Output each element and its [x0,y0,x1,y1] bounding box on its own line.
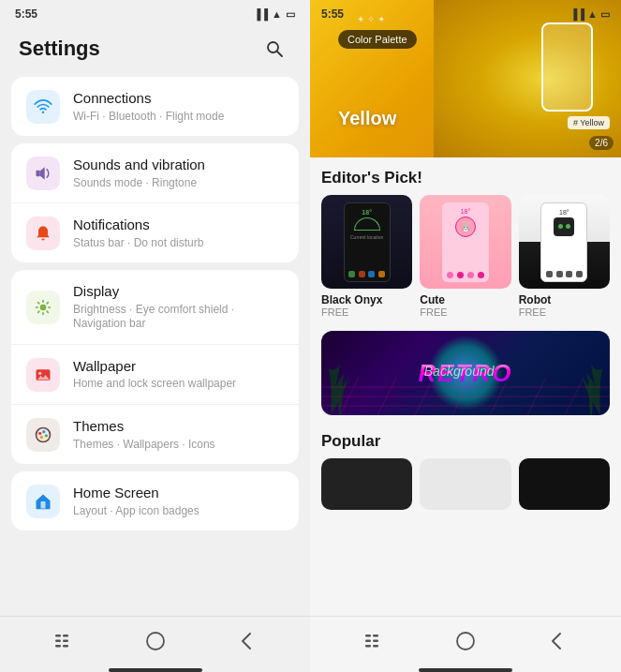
svg-line-10 [47,311,48,312]
themes-text: Themes Themes · Wallpapers · Icons [73,417,284,452]
retro-banner[interactable]: RETRO Background [321,331,610,415]
stars-decoration: ✦ ✧ ✦ [357,14,385,24]
settings-item-wallpaper[interactable]: Wallpaper Home and lock screen wallpaper [11,345,299,405]
nav-menu-button-left[interactable] [46,622,83,660]
sounds-icon [26,157,60,190]
svg-rect-24 [63,639,68,642]
theme-name-black-onyx: Black Onyx [321,293,412,306]
home-indicator-left [109,668,202,672]
display-icon [26,291,60,324]
hero-counter: 2/6 [589,136,614,150]
image-icon [34,366,52,384]
connections-group: Connections Wi-Fi · Bluetooth · Flight m… [11,77,299,136]
mini-time-robot: 18° [545,207,583,216]
settings-title: Settings [19,37,100,61]
retro-subtitle: Background [424,364,495,379]
svg-point-4 [40,304,47,310]
time-left: 5:55 [15,7,37,21]
svg-rect-38 [365,639,371,642]
mini-icon-robot [566,271,572,277]
mini-icon [378,271,385,277]
nav-menu-button-right[interactable] [356,622,393,660]
themes-icon-bg [26,418,60,452]
bunny-icon: 🐰 [455,217,476,237]
svg-point-19 [40,435,43,438]
svg-rect-22 [55,645,61,648]
settings-item-sounds[interactable]: Sounds and vibration Sounds mode · Ringt… [11,143,299,203]
hero-status-icons: ▐▐ ▲ ▭ [570,8,610,21]
home-indicator-right [419,668,512,672]
theme-price-robot: FREE [519,306,610,318]
popular-card-2[interactable] [420,458,510,510]
svg-rect-25 [63,645,68,648]
theme-price-black-onyx: FREE [321,306,412,318]
black-onyx-preview: 18° Current location [321,195,412,289]
search-button[interactable] [258,32,291,66]
themes-grid: 18° Current location Black Onyx [321,195,610,318]
mini-icons-cute [446,272,485,278]
mini-icon-robot [556,271,563,277]
mini-icon [368,271,375,277]
theme-price-cute: FREE [420,306,510,318]
svg-point-18 [45,434,48,437]
notifications-icon [26,217,60,250]
themes-title: Themes [73,417,284,436]
mini-icon [359,271,365,277]
robot-eye [558,224,563,229]
menu-lines-icon [55,634,74,649]
sounds-notifications-group: Sounds and vibration Sounds mode · Ringt… [11,143,299,262]
status-bar-left: 5:55 ▐▐ ▲ ▭ [0,0,310,24]
wallpaper-subtitle: Home and lock screen wallpaper [73,377,284,392]
homescreen-text: Home Screen Layout · App icon badges [73,484,284,518]
hero-color-label: Yellow [338,108,396,129]
svg-rect-20 [55,635,61,637]
homescreen-subtitle: Layout · App icon badges [73,504,284,519]
svg-point-0 [268,42,278,52]
hero-wifi-icon: ▲ [587,8,598,20]
nav-back-button-left[interactable] [228,622,265,660]
popular-title: Popular [321,428,610,458]
mini-icon [348,271,355,277]
popular-card-3[interactable] [519,458,610,510]
theme-card-black-onyx[interactable]: 18° Current location Black Onyx [321,195,412,318]
wallpaper-title: Wallpaper [73,357,284,376]
settings-panel: 5:55 ▐▐ ▲ ▭ Settings [0,0,310,672]
sounds-title: Sounds and vibration [73,156,284,174]
search-icon [265,39,284,58]
mini-arc-black [354,217,380,231]
settings-item-notifications[interactable]: Notifications Status bar · Do not distur… [11,203,299,262]
hero-battery-icon: ▭ [600,8,610,21]
mini-icons-robot [545,271,583,277]
settings-item-themes[interactable]: Themes Themes · Wallpapers · Icons [11,405,299,464]
theme-card-robot[interactable]: 18° [519,195,610,318]
settings-item-display[interactable]: Display Brightness · Eye comfort shield … [11,270,299,345]
mini-time-black: 18° [348,207,386,216]
hero-time: 5:55 [321,7,344,21]
mini-icon-robot [546,271,553,277]
svg-point-14 [38,371,41,374]
robot-face [554,217,574,236]
svg-point-15 [37,427,51,441]
cute-screen: 18° 🐰 [442,202,489,282]
nav-home-button-left[interactable] [137,622,174,660]
popular-card-1[interactable] [321,458,412,510]
settings-item-homescreen[interactable]: Home Screen Layout · App icon badges [11,471,299,530]
notifications-text: Notifications Status bar · Do not distur… [73,216,284,250]
nav-back-button-right[interactable] [538,622,575,660]
content-area: Editor's Pick! 18° Current location [310,157,621,616]
robot-eyes [558,224,570,229]
hero-signal-icon: ▐▐ [570,8,585,20]
nav-home-button-right[interactable] [447,622,484,660]
sun-icon [34,298,52,317]
hero-section[interactable]: 5:55 ▐▐ ▲ ▭ ✦ ✧ ✦ Color Palette Yellow #… [310,0,621,157]
themes-panel: 5:55 ▐▐ ▲ ▭ ✦ ✧ ✦ Color Palette Yellow #… [310,0,621,672]
theme-name-robot: Robot [519,293,610,306]
home-icon [34,492,52,511]
settings-item-connections[interactable]: Connections Wi-Fi · Bluetooth · Flight m… [11,77,299,136]
theme-card-cute[interactable]: 18° 🐰 Cute FREE [420,195,510,318]
homescreen-title: Home Screen [73,484,284,502]
svg-line-1 [277,52,282,56]
connections-subtitle: Wi-Fi · Bluetooth · Flight mode [73,110,284,125]
chevron-left-icon-right [551,632,562,650]
bottom-nav-left [0,616,310,665]
